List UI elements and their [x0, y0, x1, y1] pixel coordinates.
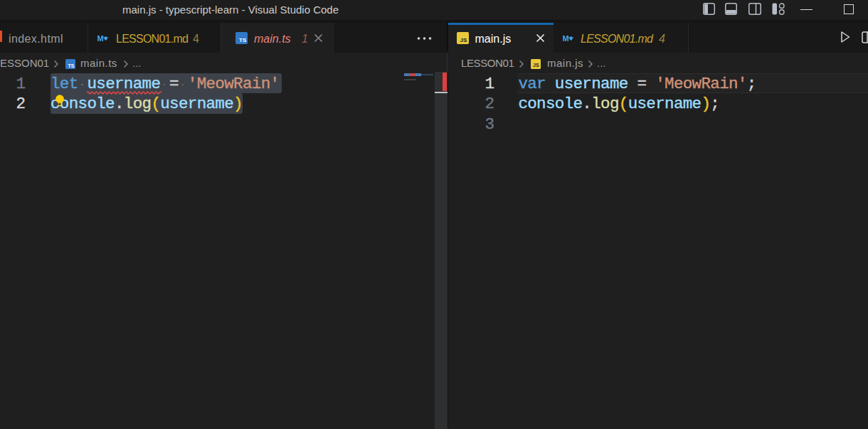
svg-text:JS: JS: [533, 63, 539, 68]
svg-text:M: M: [97, 34, 104, 42]
svg-text:M: M: [563, 34, 569, 42]
svg-text:JS: JS: [460, 37, 467, 43]
svg-text:TS: TS: [68, 63, 75, 68]
svg-text:TS: TS: [239, 37, 247, 43]
